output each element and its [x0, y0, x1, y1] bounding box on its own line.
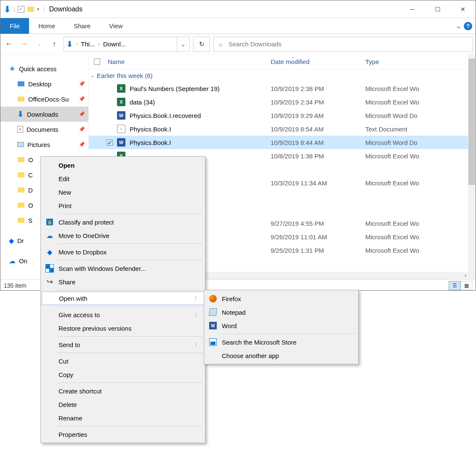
- excel-file-icon: X: [117, 98, 125, 106]
- qat-dropdown-icon[interactable]: ▾: [37, 7, 39, 11]
- view-tab[interactable]: View: [100, 18, 132, 34]
- pin-icon: 📌: [79, 111, 85, 117]
- pictures-icon: [17, 142, 24, 147]
- group-header[interactable]: ⌄ Earlier this week (6): [89, 70, 476, 82]
- lock-icon: 🔒: [46, 219, 53, 225]
- ctx-defender[interactable]: Scan with Windows Defender...: [42, 262, 204, 275]
- window-title: Downloads: [49, 5, 82, 13]
- file-row[interactable]: Xdata (34)10/9/2019 2:34 PMMicrosoft Exc…: [89, 95, 476, 109]
- file-type: Microsoft Excel Wo: [365, 233, 476, 241]
- file-date: 10/9/2019 9:29 AM: [271, 112, 365, 119]
- file-row[interactable]: XPaul's Numbers (September 19)10/9/2019 …: [89, 82, 476, 95]
- ctx-open[interactable]: Open: [42, 158, 204, 172]
- file-tab[interactable]: File: [0, 18, 29, 34]
- breadcrumb-seg-1[interactable]: Thi...: [78, 40, 97, 48]
- close-button[interactable]: ✕: [450, 0, 476, 18]
- file-type: Microsoft Excel Wo: [365, 85, 476, 92]
- share-tab[interactable]: Share: [64, 18, 100, 34]
- chevron-right-icon[interactable]: ›: [98, 42, 101, 46]
- thumbnails-view-button[interactable]: ▦: [460, 281, 472, 290]
- file-row[interactable]: ✓WPhysics.Book.I10/9/2019 8:44 AMMicroso…: [89, 136, 476, 149]
- file-date: 9/26/2019 11:01 AM: [271, 233, 365, 241]
- file-type: Microsoft Excel Wo: [365, 152, 476, 160]
- pin-icon: 📌: [79, 126, 85, 132]
- ribbon-tabs: File Home Share View ⌄ ?: [0, 18, 476, 34]
- title-bar: ⬇ | ✓ ▾ | Downloads ─ ☐ ✕: [0, 0, 476, 18]
- search-placeholder: Search Downloads: [229, 40, 282, 48]
- file-name: Physics.Book.I: [130, 139, 171, 146]
- share-icon: ↪: [47, 277, 53, 286]
- column-name[interactable]: Name: [94, 58, 271, 65]
- ribbon-collapse-icon[interactable]: ⌄: [456, 22, 461, 30]
- column-type[interactable]: Type: [365, 58, 476, 65]
- up-button[interactable]: ↑: [48, 38, 60, 50]
- breadcrumb-seg-2[interactable]: Downl...: [101, 40, 128, 48]
- file-type: Microsoft Excel Wo: [365, 179, 476, 187]
- row-checkbox[interactable]: ✓: [106, 139, 113, 146]
- folder-icon: [17, 217, 25, 224]
- folder-icon: [17, 95, 25, 103]
- home-tab[interactable]: Home: [29, 18, 64, 34]
- file-name: data (34): [130, 99, 155, 106]
- dropbox-icon: ◆: [9, 237, 14, 245]
- nav-officedocs[interactable]: OfficeDocs-Su 📌: [0, 91, 88, 107]
- file-row[interactable]: WPhysics.Book.I.recovered10/9/2019 9:29 …: [89, 109, 476, 122]
- onedrive-icon: ☁: [9, 257, 16, 265]
- scroll-right-icon[interactable]: ›: [465, 273, 466, 278]
- maximize-button[interactable]: ☐: [425, 0, 450, 18]
- download-icon: ⬇: [17, 110, 24, 119]
- refresh-button[interactable]: ↻: [193, 37, 210, 52]
- file-date: 9/27/2019 4:55 PM: [271, 220, 365, 227]
- ctx-new[interactable]: New: [42, 185, 204, 199]
- file-type: Microsoft Excel Wo: [365, 220, 476, 227]
- chevron-right-icon[interactable]: ›: [75, 42, 78, 46]
- address-bar[interactable]: ⬇ › Thi... › Downl... ⌄: [64, 37, 190, 52]
- file-type: Microsoft Excel Wo: [365, 99, 476, 106]
- search-icon: ⌕: [219, 40, 223, 48]
- ctx-share[interactable]: ↪ Share: [42, 275, 204, 289]
- nav-quick-access[interactable]: ★ Quick access: [0, 61, 88, 76]
- ctx-classify[interactable]: 🔒 Classify and protect: [42, 215, 204, 229]
- column-date[interactable]: ⌄ Date modified: [271, 58, 365, 65]
- forward-button[interactable]: →: [18, 38, 30, 50]
- file-type: Microsoft Excel Wo: [365, 247, 476, 254]
- context-menu: Open Edit New Print 🔒 Classify and prote…: [40, 156, 205, 291]
- download-arrow-icon: ⬇: [4, 4, 11, 14]
- select-all-checkbox[interactable]: [94, 59, 100, 65]
- file-date: 10/9/2019 8:54 AM: [271, 126, 365, 133]
- nav-desktop[interactable]: Desktop 📌: [0, 76, 88, 91]
- nav-pictures[interactable]: Pictures 📌: [0, 137, 88, 152]
- text-file-icon: ≡: [117, 125, 125, 133]
- properties-qat-icon[interactable]: ✓: [18, 6, 24, 13]
- sort-indicator-icon: ⌄: [292, 54, 295, 59]
- window-controls: ─ ☐ ✕: [400, 0, 476, 18]
- excel-file-icon: X: [117, 84, 125, 93]
- file-name: Physics.Book.I.recovered: [130, 112, 201, 119]
- column-headers: Name ⌄ Date modified Type: [89, 54, 476, 70]
- ctx-move-dropbox[interactable]: ◆ Move to Dropbox: [42, 245, 204, 259]
- navigation-row: ← → ⌄ ↑ ⬇ › Thi... › Downl... ⌄ ↻ ⌕ Sear…: [0, 34, 476, 54]
- file-date: 10/8/2019 1:38 PM: [271, 152, 365, 160]
- help-button[interactable]: ?: [464, 22, 472, 30]
- ctx-edit[interactable]: Edit: [42, 172, 204, 185]
- folder-icon: [17, 201, 25, 209]
- address-dropdown[interactable]: ⌄: [177, 37, 189, 51]
- word-file-icon: W: [117, 111, 125, 120]
- scrollbar-thumb[interactable]: [468, 59, 475, 185]
- download-icon: ⬇: [66, 40, 73, 49]
- nav-documents[interactable]: ≡ Documents 📌: [0, 122, 88, 137]
- file-row[interactable]: ≡Physics.Book.I10/9/2019 8:54 AMText Doc…: [89, 122, 476, 136]
- details-view-button[interactable]: ☰: [449, 281, 460, 290]
- minimize-button[interactable]: ─: [400, 0, 425, 18]
- ctx-move-onedrive[interactable]: ☁ Move to OneDrive: [42, 229, 204, 242]
- recent-dropdown[interactable]: ⌄: [33, 38, 45, 50]
- vertical-scrollbar[interactable]: [468, 54, 476, 279]
- back-button[interactable]: ←: [3, 38, 15, 50]
- ctx-print[interactable]: Print: [42, 199, 204, 212]
- search-box[interactable]: ⌕ Search Downloads: [213, 37, 473, 52]
- file-date: 10/9/2019 2:34 PM: [271, 99, 365, 106]
- pin-icon: 📌: [79, 96, 85, 102]
- file-date: 10/3/2019 11:34 AM: [271, 179, 365, 187]
- documents-icon: ≡: [17, 126, 23, 133]
- nav-downloads[interactable]: ⬇ Downloads 📌: [0, 107, 88, 122]
